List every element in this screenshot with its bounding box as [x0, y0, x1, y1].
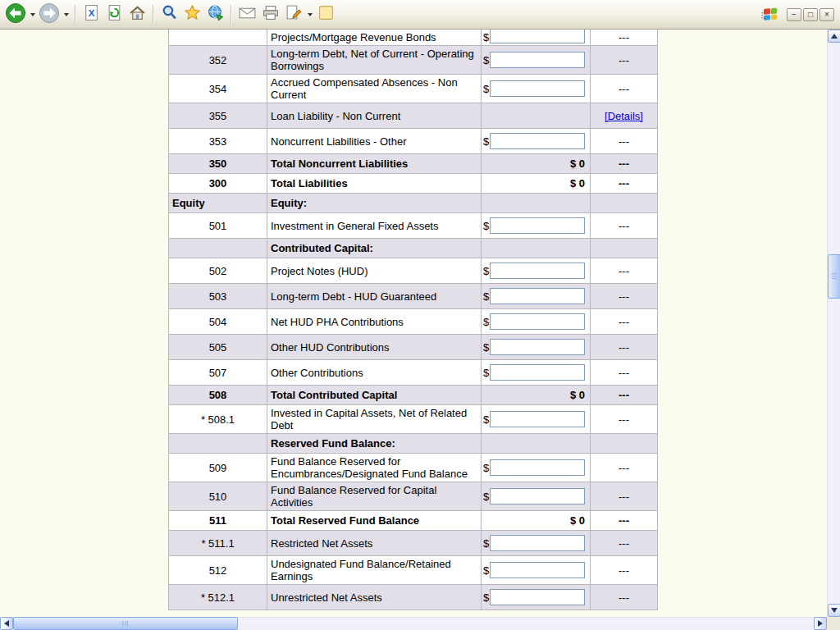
amount-input[interactable] — [490, 52, 585, 68]
amount-input[interactable] — [490, 262, 585, 279]
item-number-cell: 508 — [169, 386, 267, 405]
flag-cell — [591, 434, 658, 454]
amount-input[interactable] — [490, 488, 585, 504]
favorites-button[interactable] — [181, 2, 203, 27]
table-row: Contributed Capital: — [169, 239, 658, 258]
description-cell: Fund Balance Reserved for Encumbrances/D… — [267, 454, 482, 482]
flag-cell: --- — [591, 556, 658, 585]
currency-symbol: $ — [483, 564, 489, 577]
currency-symbol: $ — [483, 413, 489, 426]
description-cell: Long-term Debt - HUD Guaranteed — [267, 284, 482, 309]
amount-cell: $ — [482, 284, 591, 309]
amount-input[interactable] — [490, 313, 585, 330]
toolbar-separator — [231, 5, 232, 25]
print-button[interactable] — [259, 2, 281, 27]
item-number-cell: 507 — [169, 360, 267, 386]
forward-button-dropdown[interactable] — [62, 2, 71, 27]
flag-cell — [591, 194, 658, 213]
vertical-scrollbar-thumb[interactable] — [828, 254, 840, 299]
amount-input[interactable] — [490, 80, 585, 97]
amount-input[interactable] — [490, 339, 585, 355]
flag-cell: --- — [591, 46, 658, 75]
description-cell: Reserved Fund Balance: — [267, 434, 482, 454]
amount-input[interactable] — [490, 30, 585, 43]
item-number-cell: 353 — [169, 129, 267, 154]
amount-input[interactable] — [490, 288, 585, 304]
dashes: --- — [619, 31, 629, 43]
item-number-cell — [169, 239, 267, 258]
chevron-down-icon — [308, 13, 313, 16]
item-number-cell: 352 — [169, 46, 267, 75]
back-button[interactable] — [4, 2, 27, 27]
horizontal-scrollbar[interactable] — [0, 617, 827, 630]
back-button-dropdown[interactable] — [28, 2, 37, 27]
table-row: 503Long-term Debt - HUD Guaranteed$--- — [169, 284, 658, 309]
description-cell: Equity: — [267, 194, 482, 213]
forward-button[interactable] — [38, 2, 61, 27]
table-row: 354Accrued Compensated Absences - Non Cu… — [169, 75, 658, 103]
flag-cell: --- — [591, 75, 658, 103]
dashes: --- — [619, 413, 629, 426]
amount-input[interactable] — [490, 411, 585, 427]
document-icon — [317, 4, 335, 25]
browser-toolbar: X − □ × — [0, 0, 840, 30]
close-button[interactable]: × — [819, 8, 834, 21]
search-button[interactable] — [158, 2, 180, 27]
history-button[interactable] — [204, 2, 226, 27]
amount-cell: $ — [482, 556, 591, 585]
vertical-scrollbar[interactable] — [827, 30, 840, 617]
table-row: 510Fund Balance Reserved for Capital Act… — [169, 482, 658, 511]
refresh-button[interactable] — [103, 2, 126, 27]
flag-cell: --- — [591, 174, 658, 194]
amount-input[interactable] — [490, 562, 585, 578]
description-cell: Long-term Debt, Net of Current - Operati… — [267, 46, 482, 75]
scroll-up-button[interactable] — [828, 30, 840, 43]
amount-cell: $ — [482, 309, 591, 335]
amount-input[interactable] — [490, 133, 585, 149]
chevron-down-icon — [30, 13, 35, 16]
details-link[interactable]: [Details] — [605, 110, 643, 122]
amount-cell: $ — [482, 335, 591, 360]
flag-cell: --- — [591, 129, 658, 154]
edit-button-dropdown[interactable] — [305, 2, 314, 27]
flag-cell: --- — [591, 360, 658, 386]
dashes: --- — [619, 265, 629, 277]
currency-symbol: $ — [483, 462, 489, 474]
total-value: $ 0 — [570, 389, 585, 401]
scroll-right-button[interactable] — [814, 617, 827, 630]
table-row: * 508.1Invested in Capital Assets, Net o… — [169, 405, 658, 434]
home-button[interactable] — [126, 2, 148, 27]
scroll-left-button[interactable] — [0, 617, 13, 630]
item-number-cell — [169, 30, 267, 46]
minimize-button[interactable]: − — [787, 8, 801, 21]
browser-window: X − □ × Projects/Mortgage Revenue Bonds$… — [0, 0, 840, 630]
amount-input[interactable] — [490, 459, 585, 476]
right-arrow-icon — [818, 620, 823, 627]
amount-cell: $ — [482, 129, 591, 154]
amount-cell — [482, 434, 591, 454]
scroll-down-button[interactable] — [828, 604, 840, 617]
table-row: 511Total Reserved Fund Balance$ 0--- — [169, 511, 658, 531]
amount-cell: $ — [482, 46, 591, 75]
table-row: 355Loan Liability - Non Current[Details] — [169, 103, 658, 129]
edit-icon — [285, 4, 302, 25]
messenger-button[interactable] — [315, 2, 337, 27]
mail-button[interactable] — [236, 2, 258, 27]
item-number-cell: 354 — [169, 75, 267, 103]
amount-input[interactable] — [490, 589, 585, 605]
amount-cell: $ 0 — [482, 174, 591, 194]
dashes: --- — [619, 367, 629, 379]
horizontal-scrollbar-thumb[interactable] — [13, 617, 238, 630]
flag-cell — [591, 239, 658, 258]
amount-cell — [482, 239, 591, 258]
amount-input[interactable] — [490, 364, 585, 381]
restore-button[interactable]: □ — [803, 8, 818, 21]
amount-input[interactable] — [490, 217, 585, 234]
description-cell: Total Liabilities — [267, 174, 482, 194]
item-number-cell: 350 — [169, 154, 267, 174]
flag-cell: --- — [591, 531, 658, 556]
edit-button[interactable] — [282, 2, 304, 27]
refresh-icon — [106, 4, 123, 25]
excel-export-button[interactable]: X — [80, 2, 103, 27]
amount-input[interactable] — [490, 535, 585, 551]
